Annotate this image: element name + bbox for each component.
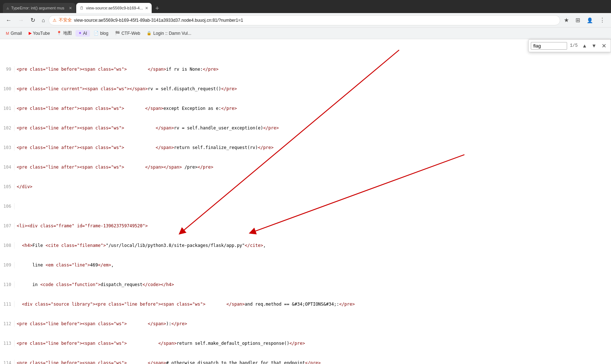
line-number: 101 — [0, 105, 15, 112]
source-line-104: 104 <pre class="line after"><span class=… — [0, 164, 611, 170]
find-next-button[interactable]: ▼ — [590, 42, 598, 49]
bookmark-maps[interactable]: 📍 地图 — [54, 29, 75, 37]
back-button[interactable]: ← — [3, 15, 15, 26]
tab1-title: TypeError: int() argument mus — [11, 6, 67, 10]
blog-label: blog — [100, 31, 108, 36]
line-number: 104 — [0, 164, 15, 170]
security-warning-label: 不安全 — [59, 17, 72, 23]
line-content: in <code class="function">dispatch_reque… — [17, 281, 174, 288]
source-line-106: 106 — [0, 203, 611, 210]
line-number: 108 — [0, 242, 15, 249]
blog-icon: 📄 — [94, 31, 99, 36]
tab1-favicon: ⚠ — [7, 6, 9, 11]
line-content: <pre class="line after"><span class="ws"… — [17, 125, 279, 131]
source-line-108: 108 <h4>File <cite class="filename">"/us… — [0, 242, 611, 249]
login-icon: 🔒 — [147, 31, 152, 36]
ai-icon: ✦ — [78, 31, 82, 36]
profile-button[interactable]: 👤 — [584, 15, 596, 25]
find-input[interactable] — [531, 42, 567, 50]
chrome-window: ⚠ TypeError: int() argument mus ✕ 🗒 view… — [0, 0, 611, 364]
line-content: </div> — [17, 183, 32, 190]
forward-button[interactable]: → — [15, 15, 27, 26]
tab-1[interactable]: ⚠ TypeError: int() argument mus ✕ — [3, 3, 75, 13]
bookmark-ai[interactable]: ✦ AI — [75, 30, 90, 37]
tab-bar: ⚠ TypeError: int() argument mus ✕ 🗒 view… — [0, 0, 611, 13]
security-warning-icon: ⚠ — [53, 18, 57, 23]
line-number: 111 — [0, 301, 15, 307]
line-content: <pre class="line before"><span class="ws… — [17, 320, 187, 327]
source-line-103: 103 <pre class="line after"><span class=… — [0, 144, 611, 151]
bookmarks-bar: M Gmail ▶ YouTube 📍 地图 ✦ AI 📄 blog 🏁 CTF… — [0, 28, 611, 39]
line-content: <pre class="line before"><span class="ws… — [17, 340, 305, 347]
youtube-label: YouTube — [33, 31, 50, 36]
url-text: view-source:ae5569c9-b169-45f1-89ab-3141… — [74, 18, 243, 23]
line-content: <h4>File <cite class="filename">"/usr/lo… — [17, 242, 266, 249]
line-content: <pre class="line current"><span class="w… — [17, 86, 237, 92]
line-content: <div class="source library"><pre class="… — [17, 301, 355, 307]
new-tab-button[interactable]: + — [152, 5, 162, 12]
source-line-110: 110 in <code class="function">dispatch_r… — [0, 281, 611, 288]
find-bar: 1/5 ▲ ▼ ✕ — [528, 39, 611, 52]
find-close-button[interactable]: ✕ — [599, 42, 608, 50]
menu-button[interactable]: ⋮ — [596, 15, 608, 26]
line-number: 103 — [0, 144, 15, 151]
line-content: <pre class="line before"><span class="ws… — [17, 360, 321, 364]
source-line-99: 99 <pre class="line before"><span class=… — [0, 66, 611, 73]
ctf-icon: 🏁 — [115, 31, 120, 36]
source-view: 99 <pre class="line before"><span class=… — [0, 39, 611, 364]
source-line-102: 102 <pre class="line after"><span class=… — [0, 125, 611, 131]
ai-label: AI — [83, 31, 87, 36]
source-line-101: 101 <pre class="line after"><span class=… — [0, 105, 611, 112]
line-content: <pre class="line before"><span class="ws… — [17, 66, 218, 73]
tab-2[interactable]: 🗒 view-source:ae5569c9-b169-4... ✕ — [76, 3, 152, 13]
bookmark-blog[interactable]: 📄 blog — [91, 30, 111, 37]
tab2-close[interactable]: ✕ — [145, 5, 148, 11]
gmail-icon: M — [6, 31, 9, 36]
gmail-label: Gmail — [11, 31, 22, 36]
line-content: <pre class="line after"><span class="ws"… — [17, 105, 237, 112]
line-number: 106 — [0, 203, 15, 210]
bookmark-ctf-web[interactable]: 🏁 CTF-Web — [112, 30, 143, 37]
source-line-100: 100 <pre class="line current"><span clas… — [0, 86, 611, 92]
line-content: <pre class="line after"><span class="ws"… — [17, 144, 274, 151]
line-number: 99 — [0, 66, 15, 73]
line-number: 112 — [0, 320, 15, 327]
chrome-toolbar: ← → ↻ ⌂ ⚠ 不安全 view-source:ae5569c9-b169-… — [0, 13, 611, 28]
page-content: 99 <pre class="line before"><span class=… — [0, 39, 611, 364]
find-prev-button[interactable]: ▲ — [581, 42, 589, 49]
source-line-112: 112 <pre class="line before"><span class… — [0, 320, 611, 327]
line-number: 113 — [0, 340, 15, 347]
tab2-favicon: 🗒 — [80, 6, 84, 11]
source-line-113: 113 <pre class="line before"><span class… — [0, 340, 611, 347]
bookmark-login[interactable]: 🔒 Login :: Damn Vul... — [144, 30, 194, 37]
line-content: <pre class="line after"><span class="ws"… — [17, 164, 213, 170]
youtube-icon: ▶ — [29, 31, 32, 36]
line-number: 107 — [0, 223, 15, 229]
line-number: 105 — [0, 183, 15, 190]
tab1-close[interactable]: ✕ — [69, 5, 72, 11]
line-number: 109 — [0, 262, 15, 268]
extension-button[interactable]: ⊞ — [573, 15, 583, 26]
ctf-label: CTF-Web — [122, 31, 140, 36]
source-line-111: 111 <div class="source library"><pre cla… — [0, 301, 611, 307]
find-count: 1/5 — [569, 43, 579, 48]
source-line-107: 107 <li><div class="frame" id="frame-139… — [0, 223, 611, 229]
source-line-109: 109 line <em class="line">469</em>, — [0, 262, 611, 268]
maps-label: 地图 — [63, 30, 72, 36]
line-number: 114 — [0, 360, 15, 364]
line-number: 110 — [0, 281, 15, 288]
bookmark-youtube[interactable]: ▶ YouTube — [26, 30, 53, 37]
tab2-title: view-source:ae5569c9-b169-4... — [86, 6, 143, 10]
maps-icon: 📍 — [57, 31, 62, 36]
source-line-114: 114 <pre class="line before"><span class… — [0, 360, 611, 364]
home-button[interactable]: ⌂ — [39, 15, 48, 25]
login-label: Login :: Damn Vul... — [153, 31, 191, 36]
reload-button[interactable]: ↻ — [28, 15, 38, 26]
address-bar[interactable]: ⚠ 不安全 view-source:ae5569c9-b169-45f1-89a… — [49, 15, 560, 25]
bookmark-gmail[interactable]: M Gmail — [3, 30, 25, 37]
bookmark-star-button[interactable]: ★ — [561, 15, 572, 26]
line-content: line <em class="line">469</em>, — [17, 262, 114, 268]
line-number: 102 — [0, 125, 15, 131]
source-line-105: 105 </div> — [0, 183, 611, 190]
line-number: 100 — [0, 86, 15, 92]
